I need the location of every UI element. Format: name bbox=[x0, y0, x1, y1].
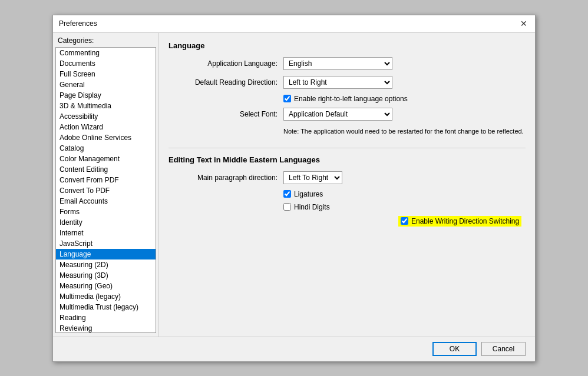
hindi-digits-checkbox[interactable] bbox=[283, 203, 291, 211]
hindi-digits-label[interactable]: Hindi Digits bbox=[294, 203, 330, 211]
list-item[interactable]: Convert From PDF bbox=[56, 175, 156, 185]
list-item[interactable]: Internet bbox=[56, 228, 156, 238]
list-item[interactable]: Forms bbox=[56, 207, 156, 217]
writing-dir-row: Enable Writing Direction Switching bbox=[283, 216, 526, 231]
select-font-label: Select Font: bbox=[169, 110, 283, 118]
list-item[interactable]: JavaScript bbox=[56, 238, 156, 249]
app-language-select[interactable]: English bbox=[283, 57, 392, 70]
list-item[interactable]: Adobe Online Services bbox=[56, 132, 156, 143]
dialog-footer: OK Cancel bbox=[53, 337, 535, 361]
paragraph-dir-select[interactable]: Left To Right Right To Left bbox=[283, 171, 342, 184]
paragraph-dir-row: Main paragraph direction: Left To Right … bbox=[169, 171, 526, 184]
list-item[interactable]: Multimedia Trust (legacy) bbox=[56, 302, 156, 312]
ligatures-checkbox[interactable] bbox=[283, 190, 291, 198]
right-panel: Language Application Language: English D… bbox=[159, 33, 535, 337]
cancel-button[interactable]: Cancel bbox=[481, 342, 526, 356]
categories-label: Categories: bbox=[53, 36, 158, 47]
list-item[interactable]: Identity bbox=[56, 217, 156, 228]
reading-direction-select[interactable]: Left to Right Right to Left bbox=[283, 76, 392, 89]
list-item[interactable]: Language bbox=[56, 249, 156, 259]
list-item[interactable]: Email Accounts bbox=[56, 196, 156, 207]
select-font-row: Select Font: Application Default bbox=[169, 108, 526, 121]
section-divider bbox=[169, 148, 526, 148]
list-item[interactable]: Measuring (Geo) bbox=[56, 281, 156, 291]
list-item[interactable]: General bbox=[56, 79, 156, 90]
list-item[interactable]: Content Editing bbox=[56, 164, 156, 175]
preferences-dialog: Preferences ✕ Categories: CommentingDocu… bbox=[52, 15, 536, 362]
list-item[interactable]: Color Management bbox=[56, 154, 156, 164]
list-item[interactable]: Measuring (2D) bbox=[56, 259, 156, 270]
reading-direction-label: Default Reading Direction: bbox=[169, 78, 283, 86]
list-item[interactable]: Documents bbox=[56, 58, 156, 69]
rtl-checkbox-row: Enable right-to-left language options bbox=[283, 95, 526, 103]
app-language-row: Application Language: English bbox=[169, 57, 526, 70]
dialog-body: Categories: CommentingDocumentsFull Scre… bbox=[53, 33, 535, 337]
editing-section-title: Editing Text in Middle Eastern Languages bbox=[169, 155, 526, 164]
ok-button[interactable]: OK bbox=[432, 342, 477, 356]
reading-direction-row: Default Reading Direction: Left to Right… bbox=[169, 76, 526, 89]
rtl-label[interactable]: Enable right-to-left language options bbox=[294, 95, 408, 103]
left-panel: Categories: CommentingDocumentsFull Scre… bbox=[53, 33, 159, 337]
list-item[interactable]: Measuring (3D) bbox=[56, 270, 156, 281]
hindi-digits-row: Hindi Digits bbox=[283, 203, 526, 211]
list-item[interactable]: Commenting bbox=[56, 48, 156, 58]
ligatures-label[interactable]: Ligatures bbox=[294, 190, 323, 198]
font-note: Note: The application would need to be r… bbox=[283, 128, 526, 135]
writing-dir-label[interactable]: Enable Writing Direction Switching bbox=[411, 217, 519, 225]
rtl-checkbox[interactable] bbox=[283, 95, 291, 102]
list-item[interactable]: Accessibility bbox=[56, 111, 156, 122]
list-item[interactable]: Catalog bbox=[56, 143, 156, 154]
list-item[interactable]: Page Display bbox=[56, 90, 156, 101]
list-item[interactable]: Full Screen bbox=[56, 69, 156, 79]
list-item[interactable]: Reading bbox=[56, 312, 156, 323]
paragraph-dir-label: Main paragraph direction: bbox=[169, 174, 283, 182]
categories-list[interactable]: CommentingDocumentsFull ScreenGeneralPag… bbox=[55, 47, 156, 333]
list-item[interactable]: Multimedia (legacy) bbox=[56, 291, 156, 302]
list-item[interactable]: Reviewing bbox=[56, 323, 156, 333]
title-bar: Preferences ✕ bbox=[53, 15, 535, 33]
list-item[interactable]: 3D & Multimedia bbox=[56, 101, 156, 111]
writing-dir-checkbox[interactable] bbox=[401, 217, 408, 225]
dialog-title: Preferences bbox=[59, 19, 97, 28]
ligatures-row: Ligatures bbox=[283, 190, 526, 198]
language-section-title: Language bbox=[169, 41, 526, 50]
close-button[interactable]: ✕ bbox=[518, 18, 529, 29]
app-language-label: Application Language: bbox=[169, 59, 283, 68]
list-item[interactable]: Action Wizard bbox=[56, 122, 156, 132]
writing-dir-highlight: Enable Writing Direction Switching bbox=[398, 216, 521, 227]
list-item[interactable]: Convert To PDF bbox=[56, 185, 156, 196]
select-font-select[interactable]: Application Default bbox=[283, 108, 392, 121]
